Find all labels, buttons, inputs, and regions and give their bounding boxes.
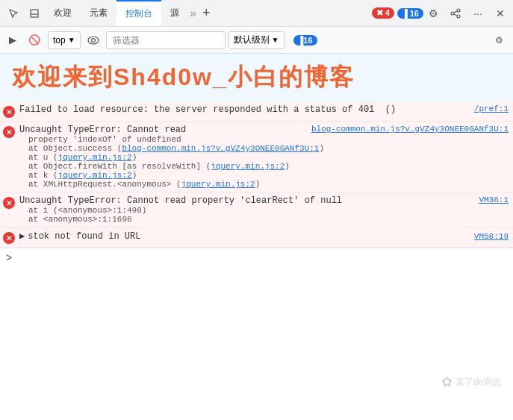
prompt-symbol: > xyxy=(6,251,12,263)
square-icon[interactable] xyxy=(24,3,45,24)
entry-row-1: Failed to load resource: the server resp… xyxy=(19,104,509,115)
entry-row-3: Uncaught TypeError: Cannot read property… xyxy=(19,195,509,206)
svg-point-3 xyxy=(457,9,460,12)
settings-icon[interactable]: ⚙ xyxy=(423,4,443,23)
cursor-icon[interactable] xyxy=(3,3,24,24)
entry-source-3[interactable]: VM36:1 xyxy=(479,195,509,204)
count-badge: ▐ 16 xyxy=(293,35,317,46)
tab-sources[interactable]: 源 xyxy=(161,0,188,26)
entry-text-1: Failed to load resource: the server resp… xyxy=(19,104,468,115)
error-entry-4: ✕ ▶ stok not found in URL VM58:19 xyxy=(0,228,513,248)
stack-line-3b: at <anonymous>:1:1696 xyxy=(28,215,509,224)
error-badge: ✖ 4 xyxy=(372,7,394,19)
entry-row-2: Uncaught TypeError: Cannot read blog-com… xyxy=(19,125,509,135)
stack-link-2e[interactable]: jquery.min.js:2 xyxy=(58,171,132,180)
entry-content-2: Uncaught TypeError: Cannot read blog-com… xyxy=(19,125,509,189)
watermark-text: 某了de周边 xyxy=(456,376,501,389)
svg-rect-0 xyxy=(31,10,38,17)
stack-line-2c: at u (jquery.min.js:2) xyxy=(28,153,509,162)
tab-welcome[interactable]: 欢迎 xyxy=(45,0,81,26)
share-icon[interactable] xyxy=(446,4,465,23)
tab-bar: 欢迎 元素 控制台 源 » + ✖ 4 ▐ 16 ⚙ ··· ✕ xyxy=(0,0,513,27)
error-entry-3: ✕ Uncaught TypeError: Cannot read proper… xyxy=(0,192,513,228)
more-icon[interactable]: ··· xyxy=(468,4,488,23)
collapse-arrow-icon[interactable]: ▶ xyxy=(19,231,25,242)
entry-source-2[interactable]: blog-common.min.js?v…gVZ4y3ONEE0GANf3U:1 xyxy=(311,125,509,134)
error-entry-2: ✕ Uncaught TypeError: Cannot read blog-c… xyxy=(0,122,513,192)
entry-source-1[interactable]: /pref:1 xyxy=(474,104,509,113)
watermark: ✿ 某了de周边 xyxy=(441,374,501,390)
error-icon-4: ✕ xyxy=(3,232,15,244)
console-settings-icon[interactable]: ⚙ xyxy=(489,31,509,50)
add-tab-button[interactable]: + xyxy=(198,5,215,21)
message-badge: ▐ 16 xyxy=(397,8,423,19)
banner: 欢迎来到Sh4d0w_小白的博客 xyxy=(0,54,513,101)
entry-source-4[interactable]: VM58:19 xyxy=(474,232,509,241)
level-label: 默认级别 xyxy=(234,34,270,46)
entry-content-4: ▶ stok not found in URL VM58:19 xyxy=(19,231,509,242)
toolbar: ▶ 🚫 top ▼ 默认级别 ▼ ▐ 16 ⚙ xyxy=(0,27,513,54)
eye-icon[interactable] xyxy=(84,31,103,50)
filter-input[interactable] xyxy=(106,31,226,49)
error-icon-1: ✕ xyxy=(3,106,15,118)
entry-content-1: Failed to load resource: the server resp… xyxy=(19,104,509,115)
svg-point-2 xyxy=(451,12,454,15)
chevron-down-icon: ▼ xyxy=(272,36,279,44)
stack-line-2b: at Object.success (blog-common.min.js?v…… xyxy=(28,144,509,153)
message-count: ▐ 16 xyxy=(290,35,317,46)
stack-line-3a: at i (<anonymous>:1:498) xyxy=(28,206,509,215)
error-icon-3: ✕ xyxy=(3,197,15,209)
stack-link-2c[interactable]: jquery.min.js:2 xyxy=(58,153,132,162)
stack-link-2d[interactable]: jquery.min.js:2 xyxy=(211,162,285,171)
error-icon-2: ✕ xyxy=(3,126,15,138)
stack-line-2a: property 'indexOf' of undefined xyxy=(28,135,509,144)
context-label: top xyxy=(53,35,66,46)
tab-elements[interactable]: 元素 xyxy=(81,0,116,26)
console-area: 欢迎来到Sh4d0w_小白的博客 ✕ Failed to load resour… xyxy=(0,54,513,420)
log-level-dropdown[interactable]: 默认级别 ▼ xyxy=(228,31,285,49)
error-entry-1: ✕ Failed to load resource: the server re… xyxy=(0,101,513,122)
svg-point-4 xyxy=(457,15,460,18)
more-tabs-button[interactable]: » xyxy=(190,7,196,20)
banner-text: 欢迎来到Sh4d0w_小白的博客 xyxy=(12,61,355,94)
chevron-down-icon: ▼ xyxy=(68,36,75,44)
clear-log-button[interactable]: ▶ xyxy=(4,31,21,50)
prompt-line: > xyxy=(0,248,513,266)
entry-text-4: stok not found in URL xyxy=(28,231,468,242)
close-icon[interactable]: ✕ xyxy=(491,4,510,23)
entry-text-3: Uncaught TypeError: Cannot read property… xyxy=(19,195,473,206)
stack-line-2e: at k (jquery.min.js:2) xyxy=(28,171,509,180)
stack-line-2d: at Object.fireWith [as resolveWith] (jqu… xyxy=(28,162,509,171)
stack-link-2f[interactable]: jquery.min.js:2 xyxy=(181,180,255,189)
svg-point-8 xyxy=(91,38,95,42)
entry-row-4: ▶ stok not found in URL VM58:19 xyxy=(19,231,509,242)
watermark-icon: ✿ xyxy=(441,374,453,390)
stack-link-2b[interactable]: blog-common.min.js?v…gVZ4y3ONEE0GANf3U:1 xyxy=(122,144,319,153)
context-dropdown[interactable]: top ▼ xyxy=(48,31,81,49)
svg-line-5 xyxy=(454,11,457,13)
entry-text-2: Uncaught TypeError: Cannot read xyxy=(19,125,305,135)
console-input[interactable] xyxy=(16,252,507,263)
svg-point-7 xyxy=(88,37,99,44)
stack-line-2f: at XMLHttpRequest.<anonymous> (jquery.mi… xyxy=(28,180,509,189)
svg-line-6 xyxy=(454,14,457,16)
entry-content-3: Uncaught TypeError: Cannot read property… xyxy=(19,195,509,224)
block-button[interactable]: 🚫 xyxy=(24,31,45,50)
tab-actions: ⚙ ··· ✕ xyxy=(423,4,510,23)
tab-console[interactable]: 控制台 xyxy=(116,0,161,26)
